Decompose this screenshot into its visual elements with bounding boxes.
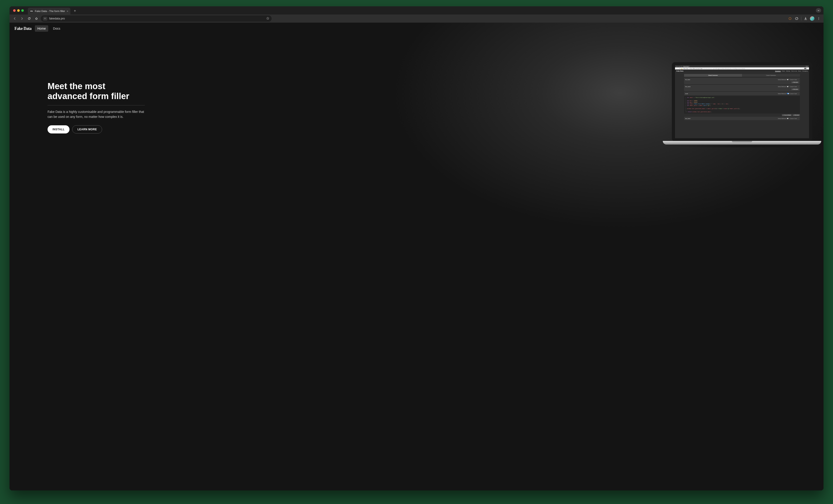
site-settings-icon[interactable] — [43, 17, 47, 21]
hero-title: Meet the most advanced form filler — [48, 81, 145, 101]
hero-divider — [48, 105, 145, 105]
install-button[interactable]: INSTALL — [48, 125, 70, 133]
learn-more-button[interactable]: LEARN MORE — [72, 125, 102, 133]
browser-toolbar: fakedata.pro — [9, 15, 317, 23]
bookmark-icon[interactable] — [266, 17, 269, 21]
forward-button[interactable] — [19, 16, 25, 22]
tab-title: Fake Data - The form filler — [35, 10, 65, 12]
url-bar[interactable]: fakedata.pro — [41, 16, 271, 22]
home-button[interactable] — [33, 16, 40, 22]
nav-docs[interactable]: Docs — [50, 25, 63, 32]
hero-buttons: INSTALL LEARN MORE — [48, 125, 145, 133]
page-content: Fake Data Home Docs Meet the most advanc… — [9, 23, 317, 192]
close-window-icon[interactable] — [13, 9, 16, 12]
window-controls — [13, 9, 24, 12]
back-button[interactable] — [12, 16, 18, 22]
hero-section: Meet the most advanced form filler Fake … — [48, 81, 145, 133]
site-logo[interactable]: Fake Data — [15, 26, 31, 31]
favicon-icon: FD — [30, 9, 33, 13]
svg-point-3 — [46, 18, 46, 19]
svg-rect-0 — [44, 18, 45, 18]
browser-tabbar: FD Fake Data - The form filler × + — [9, 6, 317, 15]
minimize-window-icon[interactable] — [17, 9, 20, 12]
svg-rect-1 — [44, 19, 45, 19]
hero-description: Fake Data is a highly customisable and p… — [48, 109, 145, 119]
site-nav: Fake Data Home Docs — [9, 23, 68, 34]
close-tab-icon[interactable]: × — [67, 10, 68, 13]
new-tab-button[interactable]: + — [72, 8, 78, 14]
nav-home[interactable]: Home — [35, 25, 48, 32]
reload-button[interactable] — [26, 16, 32, 22]
url-text: fakedata.pro — [49, 17, 65, 20]
maximize-window-icon[interactable] — [21, 9, 24, 12]
svg-point-2 — [46, 18, 46, 18]
browser-window: FD Fake Data - The form filler × + faked… — [9, 6, 317, 192]
browser-tab[interactable]: FD Fake Data - The form filler × — [28, 8, 70, 15]
